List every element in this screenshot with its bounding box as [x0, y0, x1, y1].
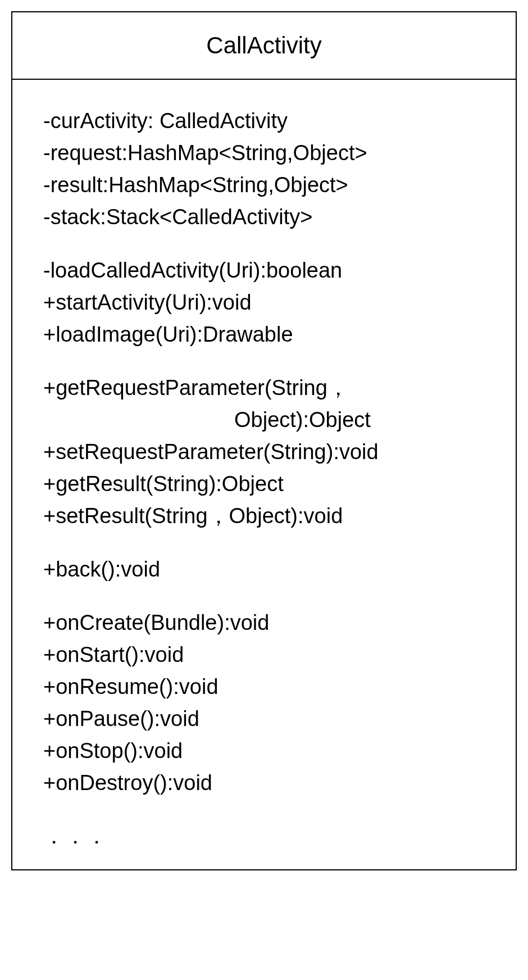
uml-class-diagram: CallActivity -curActivity: CalledActivit… — [11, 11, 517, 870]
methods-group-2: +getRequestParameter(String， Object):Obj… — [43, 372, 485, 532]
method-line: +onCreate(Bundle):void — [43, 607, 485, 639]
ellipsis: ．．． — [43, 820, 485, 852]
attribute-line: -result:HashMap<String,Object> — [43, 169, 485, 201]
attributes-group: -curActivity: CalledActivity -request:Ha… — [43, 105, 485, 233]
attribute-line: -curActivity: CalledActivity — [43, 105, 485, 137]
method-line: +loadImage(Uri):Drawable — [43, 319, 485, 351]
methods-group-1: -loadCalledActivity(Uri):boolean +startA… — [43, 255, 485, 351]
method-line: +setRequestParameter(String):void — [43, 436, 485, 468]
method-line: +getRequestParameter(String， — [43, 372, 485, 404]
class-name: CallActivity — [206, 32, 321, 58]
method-line: +setResult(String，Object):void — [43, 500, 485, 532]
method-line: +getResult(String):Object — [43, 468, 485, 500]
method-line: +onPause():void — [43, 703, 485, 735]
method-line-continuation: Object):Object — [43, 404, 485, 436]
method-line: +onDestroy():void — [43, 767, 485, 799]
class-body-section: -curActivity: CalledActivity -request:Ha… — [12, 80, 516, 869]
method-line: +startActivity(Uri):void — [43, 287, 485, 319]
method-line: -loadCalledActivity(Uri):boolean — [43, 255, 485, 287]
attribute-line: -stack:Stack<CalledActivity> — [43, 201, 485, 233]
class-name-section: CallActivity — [12, 12, 516, 80]
method-line: +onStart():void — [43, 639, 485, 671]
methods-group-4: +onCreate(Bundle):void +onStart():void +… — [43, 607, 485, 799]
method-line: +onStop():void — [43, 735, 485, 767]
method-line: +onResume():void — [43, 671, 485, 703]
method-line: +back():void — [43, 553, 485, 586]
attribute-line: -request:HashMap<String,Object> — [43, 137, 485, 169]
methods-group-3: +back():void — [43, 553, 485, 586]
